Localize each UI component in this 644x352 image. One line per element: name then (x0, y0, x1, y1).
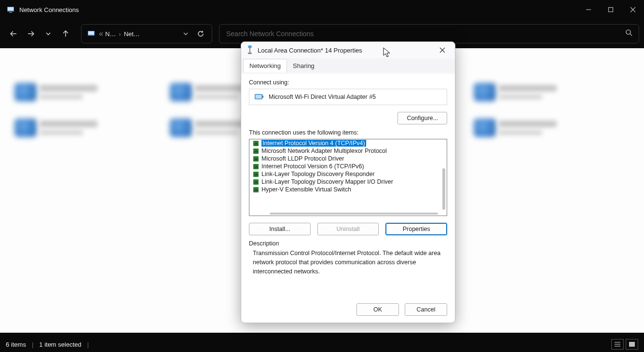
adapter-icon (254, 93, 264, 101)
uninstall-button: Uninstall (317, 223, 379, 235)
connection-properties-icon (246, 45, 254, 56)
list-item[interactable]: Hyper-V Extensible Virtual Switch (249, 186, 447, 193)
search-input[interactable] (225, 29, 625, 38)
uses-items-label: This connection uses the following items… (249, 129, 447, 136)
status-divider: | (32, 341, 33, 348)
svg-rect-1 (8, 7, 14, 11)
install-button[interactable]: Install... (249, 223, 311, 235)
checkbox-icon[interactable] (253, 172, 259, 177)
svg-rect-25 (262, 95, 263, 98)
connection-item[interactable] (14, 116, 62, 141)
vertical-scrollbar[interactable] (442, 168, 445, 210)
status-bar: 6 items | 1 item selected | (0, 337, 644, 352)
checkbox-icon[interactable] (253, 179, 259, 185)
svg-rect-4 (609, 8, 613, 12)
up-button[interactable] (57, 25, 74, 42)
svg-rect-11 (88, 31, 94, 35)
status-selected-count: 1 item selected (39, 341, 81, 348)
list-item[interactable]: Microsoft LLDP Protocol Driver (249, 155, 447, 162)
ok-button[interactable]: OK (356, 303, 399, 316)
svg-rect-17 (629, 342, 635, 347)
refresh-button[interactable] (192, 30, 209, 38)
svg-rect-19 (249, 48, 250, 53)
horizontal-scrollbar[interactable] (270, 213, 438, 215)
window-titlebar: Network Connections (0, 0, 644, 19)
adapter-box[interactable]: Microsoft Wi-Fi Direct Virtual Adapter #… (249, 89, 447, 105)
checkbox-icon[interactable] (253, 187, 259, 192)
search-bar[interactable] (219, 24, 639, 43)
dialog-title: Local Area Connection* 14 Properties (258, 47, 362, 54)
dialog-close-button[interactable] (432, 43, 453, 57)
connect-using-label: Connect using: (249, 79, 447, 86)
history-dropdown-button[interactable] (40, 25, 57, 42)
maximize-button[interactable] (600, 0, 622, 19)
configure-button[interactable]: Configure... (397, 112, 447, 124)
list-item[interactable]: Internet Protocol Version 4 (TCP/IPv4) (249, 139, 447, 147)
tab-sharing[interactable]: Sharing (287, 59, 320, 72)
properties-button[interactable]: Properties (385, 223, 447, 235)
adapter-name: Microsoft Wi-Fi Direct Virtual Adapter #… (269, 94, 376, 100)
minimize-button[interactable] (577, 0, 600, 19)
breadcrumb-overflow[interactable]: « (99, 29, 103, 38)
address-dropdown[interactable] (179, 31, 192, 37)
svg-rect-2 (9, 12, 12, 13)
search-icon[interactable] (625, 29, 633, 39)
list-item[interactable]: Link-Layer Topology Discovery Mapper I/O… (249, 178, 447, 186)
network-connections-icon (7, 6, 14, 14)
breadcrumb-level-2[interactable]: Net… (124, 30, 140, 38)
details-view-button[interactable] (611, 339, 624, 350)
list-item[interactable]: Microsoft Network Adapter Multiplexor Pr… (249, 147, 447, 155)
checkbox-icon[interactable] (253, 141, 259, 146)
dialog-footer: OK Cancel (241, 298, 455, 323)
connection-item[interactable] (169, 116, 217, 141)
breadcrumb-level-1[interactable]: N… (105, 30, 116, 38)
svg-point-12 (626, 30, 630, 34)
properties-dialog: Local Area Connection* 14 Properties Net… (241, 41, 455, 323)
description-label: Description (249, 240, 447, 247)
location-icon (86, 29, 96, 39)
connection-item[interactable] (473, 80, 521, 105)
connection-item[interactable] (169, 80, 217, 105)
cancel-button[interactable]: Cancel (405, 303, 447, 316)
connection-item[interactable] (473, 116, 521, 141)
status-item-count: 6 items (6, 341, 26, 348)
list-item[interactable]: Internet Protocol Version 6 (TCP/IPv6) (249, 162, 447, 170)
tab-networking[interactable]: Networking (243, 59, 287, 73)
breadcrumb-separator: › (119, 30, 121, 38)
svg-rect-20 (248, 53, 252, 54)
svg-rect-24 (256, 95, 262, 99)
connection-items-list[interactable]: Internet Protocol Version 4 (TCP/IPv4) M… (249, 139, 447, 216)
dialog-tabs: Networking Sharing (241, 58, 455, 73)
back-button[interactable] (5, 25, 22, 42)
forward-button[interactable] (22, 25, 40, 42)
list-item[interactable]: Link-Layer Topology Discovery Responder (249, 170, 447, 178)
dialog-titlebar[interactable]: Local Area Connection* 14 Properties (241, 42, 455, 58)
checkbox-icon[interactable] (253, 156, 259, 162)
checkbox-icon[interactable] (253, 149, 259, 154)
checkbox-icon[interactable] (253, 164, 259, 169)
svg-line-13 (630, 34, 632, 36)
close-button[interactable] (622, 0, 644, 19)
status-divider: | (87, 341, 89, 348)
connection-item[interactable] (14, 80, 62, 105)
address-bar[interactable]: « N… › Net… (81, 24, 212, 43)
description-text: Transmission Control Protocol/Internet P… (249, 249, 447, 276)
window-title: Network Connections (19, 6, 79, 14)
thumbnails-view-button[interactable] (626, 339, 638, 350)
dialog-body: Connect using: Microsoft Wi-Fi Direct Vi… (241, 73, 455, 298)
